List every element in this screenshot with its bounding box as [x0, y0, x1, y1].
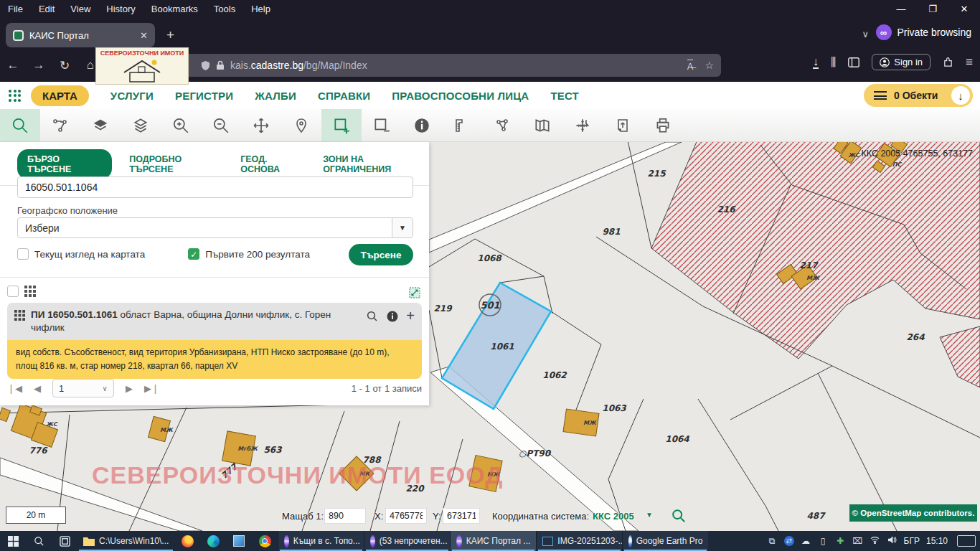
- nav-pravosposobni-litsa[interactable]: ПРАВОСПОСОБНИ ЛИЦА: [392, 90, 529, 102]
- back-icon[interactable]: ←: [0, 58, 26, 72]
- nav-zhalbi[interactable]: ЖАЛБИ: [255, 90, 296, 102]
- tray-volume-icon[interactable]: [887, 536, 897, 546]
- window-restore-button[interactable]: ❐: [917, 4, 948, 14]
- select-dropdown-icon[interactable]: ▼: [392, 218, 413, 237]
- url-bar[interactable]: kais.cadastre.bg/bg/Map/Index A̶ ☆: [108, 54, 721, 77]
- tool-export[interactable]: [603, 109, 643, 141]
- tray-power-icon[interactable]: ⌧: [852, 536, 863, 546]
- nav-spravki[interactable]: СПРАВКИ: [318, 90, 370, 102]
- menu-bookmarks[interactable]: Bookmarks: [143, 4, 206, 14]
- bookmark-star-icon[interactable]: ☆: [705, 60, 714, 71]
- result-add-icon[interactable]: +: [406, 310, 415, 321]
- page-prev-icon[interactable]: ◀: [34, 383, 41, 394]
- tool-zoom-in[interactable]: [161, 109, 201, 141]
- tool-info[interactable]: [402, 109, 442, 141]
- notification-center-icon[interactable]: [957, 535, 976, 547]
- downloads-icon[interactable]: ↓: [813, 56, 819, 69]
- menu-edit[interactable]: Edit: [31, 4, 62, 14]
- tray-onedrive-icon[interactable]: ☁: [801, 536, 811, 546]
- sidebar-icon[interactable]: [848, 57, 859, 67]
- geo-position-select[interactable]: Избери ▼: [17, 217, 413, 238]
- taskbar-chrome-icon[interactable]: [252, 531, 278, 551]
- clock[interactable]: 15:10: [926, 536, 948, 546]
- grid-view-icon[interactable]: [24, 286, 36, 297]
- language-indicator[interactable]: БГР: [904, 536, 920, 546]
- apps-grid-icon[interactable]: [9, 90, 21, 102]
- taskbar-photos-icon[interactable]: [226, 531, 252, 551]
- x-input[interactable]: [385, 508, 427, 524]
- tool-route[interactable]: [40, 109, 80, 141]
- task-img-viewer[interactable]: IMG-20251203-...: [536, 531, 622, 551]
- task-kais-portal[interactable]: ∞КАИС Портал ...: [450, 531, 536, 551]
- tool-measure[interactable]: [442, 109, 482, 141]
- y-input[interactable]: [443, 508, 480, 524]
- scale-input[interactable]: [324, 508, 366, 524]
- page-first-icon[interactable]: ❘◀: [7, 383, 22, 394]
- tab-restriction-zones[interactable]: ЗОНИ НА ОГРАНИЧЕНИЯ: [323, 154, 429, 174]
- menu-help[interactable]: Help: [243, 4, 278, 14]
- app-menu-icon[interactable]: ≡: [966, 55, 973, 70]
- tool-zoom-out[interactable]: [201, 109, 241, 141]
- library-icon[interactable]: ⫼: [831, 56, 836, 69]
- nav-test[interactable]: ТЕСТ: [550, 90, 579, 102]
- tool-map-sheets[interactable]: [522, 109, 562, 141]
- reload-icon[interactable]: ↻: [52, 58, 77, 73]
- tool-search[interactable]: [0, 109, 40, 141]
- expand-results-icon[interactable]: [409, 287, 420, 298]
- map-search-icon[interactable]: [671, 508, 687, 524]
- tray-windows-icon[interactable]: ⧉: [767, 536, 778, 546]
- shield-icon[interactable]: [201, 60, 210, 71]
- result-zoom-icon[interactable]: [366, 310, 379, 323]
- tab-close-icon[interactable]: ✕: [140, 30, 148, 41]
- result-info-icon[interactable]: [386, 310, 399, 323]
- task-view-icon[interactable]: [52, 531, 77, 551]
- crs-dropdown-arrow[interactable]: ▼: [646, 511, 653, 519]
- lock-icon[interactable]: [216, 60, 225, 70]
- sign-in-button[interactable]: Sign in: [872, 54, 930, 70]
- tab-quick-search[interactable]: БЪРЗО ТЪРСЕНЕ: [17, 149, 112, 179]
- tray-display-icon[interactable]: ▯: [818, 536, 829, 546]
- task-google-earth[interactable]: Google Earth Pro: [622, 531, 708, 551]
- tool-print[interactable]: [643, 109, 683, 141]
- result-card[interactable]: ПИ 16050.501.1061 област Варна, община Д…: [7, 303, 422, 379]
- tray-wifi-icon[interactable]: [870, 536, 880, 546]
- taskbar-firefox-icon[interactable]: [174, 531, 200, 551]
- tray-sync-icon[interactable]: ⇄: [784, 536, 794, 546]
- menu-view[interactable]: View: [62, 4, 98, 14]
- taskbar-edge-icon[interactable]: [200, 531, 226, 551]
- tool-measure-area[interactable]: [482, 109, 522, 141]
- forward-icon[interactable]: →: [26, 58, 52, 72]
- translate-icon[interactable]: A̶: [687, 60, 694, 72]
- checkbox-current-map-view[interactable]: [17, 248, 29, 260]
- page-last-icon[interactable]: ▶❘: [144, 383, 159, 394]
- new-tab-button[interactable]: +: [166, 27, 174, 43]
- search-input[interactable]: [17, 176, 413, 198]
- task-unread[interactable]: ∞(53 непрочетен...: [364, 531, 450, 551]
- nav-karta[interactable]: КАРТА: [31, 85, 89, 106]
- page-select[interactable]: 1∨: [52, 379, 114, 397]
- crs-value[interactable]: ККС 2005: [593, 511, 634, 522]
- osm-attribution[interactable]: © OpenStreetMap contributors.: [849, 504, 977, 522]
- taskbar-search-icon[interactable]: [26, 531, 52, 551]
- menu-tools[interactable]: Tools: [206, 4, 243, 14]
- tray-security-icon[interactable]: ✚: [835, 536, 846, 546]
- taskbar-explorer[interactable]: C:\Users\Win10\...: [77, 531, 174, 551]
- extension-icon[interactable]: [943, 57, 953, 67]
- tool-locate[interactable]: [281, 109, 321, 141]
- tool-pan[interactable]: [241, 109, 281, 141]
- tool-layers[interactable]: [80, 109, 121, 141]
- task-kashti[interactable]: ∞Къщи в с. Топо...: [278, 531, 364, 551]
- tool-layers-stack[interactable]: [121, 109, 161, 141]
- tool-select-add[interactable]: [321, 109, 362, 141]
- objects-download-icon[interactable]: ↓: [951, 86, 970, 105]
- window-close-button[interactable]: ✕: [948, 4, 980, 14]
- menu-history[interactable]: History: [98, 4, 143, 14]
- nav-registri[interactable]: РЕГИСТРИ: [175, 90, 233, 102]
- window-minimize-button[interactable]: —: [885, 4, 917, 14]
- start-button[interactable]: [0, 531, 26, 551]
- tab-detailed-search[interactable]: ПОДРОБНО ТЪРСЕНЕ: [129, 154, 223, 174]
- objects-counter-button[interactable]: 0 Обекти ↓: [864, 84, 973, 107]
- checkbox-first-200[interactable]: ✓: [188, 248, 199, 260]
- page-next-icon[interactable]: ▶: [126, 383, 133, 394]
- nav-uslugi[interactable]: УСЛУГИ: [110, 90, 154, 102]
